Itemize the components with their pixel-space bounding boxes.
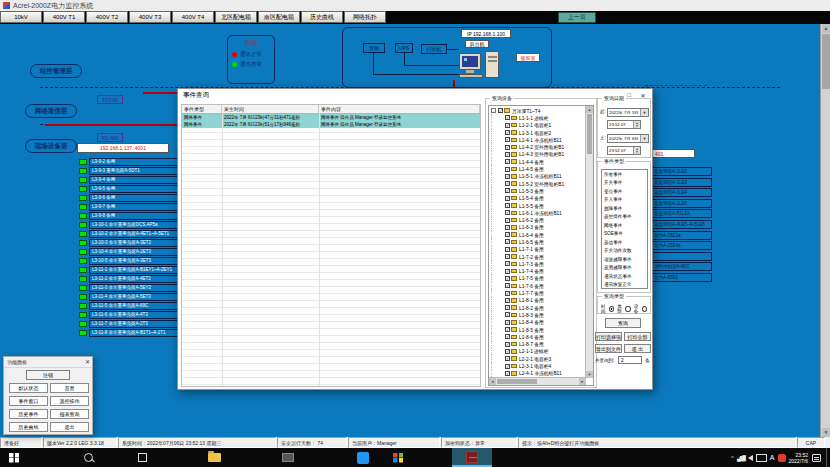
tree-item-label[interactable]: L1-8-4 备用 [519,319,544,325]
station-layer-button[interactable]: 站控管理层 [30,64,82,78]
tree-item-row[interactable]: L1-4-3 室外用电柜B1 [491,151,585,158]
device-row[interactable]: 应急照明A-1LE3 [652,178,712,187]
tree-item-label[interactable]: L1-5-5 备用 [519,203,544,209]
active-app-button[interactable] [452,448,492,467]
device-row[interactable]: L3-9-6 备用 [79,193,179,202]
query-button[interactable]: 查询 [605,318,641,328]
tray-chevron-icon[interactable]: ^ [731,455,734,461]
tree-item-row[interactable]: L1-8-7 备用 [491,341,585,348]
chevron-down-icon[interactable]: ▼ [640,135,648,142]
device-row[interactable]: L3-10-2 非常重要负荷A-4ET1~A-5ET1 [79,229,179,238]
tree-item-row[interactable]: L1-3-1 电容柜2 [491,129,585,136]
screen-tab[interactable]: 400V T4 [172,11,214,23]
tree-item-label[interactable]: L1-8-1 备用 [519,297,544,303]
spinner-icon[interactable]: ▲▼ [633,121,640,128]
field-layer-button[interactable]: 现场设备层 [25,139,77,153]
tree-item-row[interactable]: L1-6-1 冷冻机组B11 [491,209,585,216]
device-row[interactable]: L3-9-4 备用 [79,175,179,184]
tree-item-label[interactable]: L1-4-2 室外用电柜B1 [519,144,564,150]
tree-item-row[interactable]: L2-4-1 冷冻机组B11 [491,370,585,377]
checkbox-checked-icon[interactable] [505,130,510,135]
network-layer-button[interactable]: 网络通信层 [25,104,77,118]
screen-tab[interactable]: 400V T3 [129,11,171,23]
checkbox-checked-icon[interactable] [505,181,510,186]
tree-item-row[interactable]: L1-5-1 冷冻机组B11 [491,173,585,180]
function-panel-title-bar[interactable]: 功能面板 [4,357,92,368]
checkbox-checked-icon[interactable] [505,349,510,354]
device-row[interactable]: L3-9-2 备用 [79,157,179,166]
device-row[interactable]: L3-9-5 备用 [79,184,179,193]
task-view-button[interactable] [134,450,150,465]
tree-item-label[interactable]: L1-3-1 电容柜2 [519,130,551,136]
tree-item-label[interactable]: L1-4-1 冷冻机组B11 [519,137,562,143]
tree-item-label[interactable]: L1-8-3 备用 [519,312,544,318]
tree-item-row[interactable]: L1-4-5 备用 [491,165,585,172]
taskbar-app-button-2[interactable] [355,450,371,465]
tree-item-label[interactable]: L1-4-3 室外用电柜B1 [519,151,564,157]
device-row[interactable]: 动力A-65E1 [652,273,712,282]
tree-item-row[interactable]: L1-8-3 备用 [491,311,585,318]
tree-root-label[interactable]: 万洋潭T1~T4 [512,108,540,114]
checkbox-checked-icon[interactable] [505,203,510,208]
checkbox-checked-icon[interactable] [505,305,510,310]
device-row[interactable]: 应急照明A-1LE4 [652,188,712,197]
checkbox-checked-icon[interactable] [498,108,503,113]
checkbox-checked-icon[interactable] [505,261,510,266]
tree-item-row[interactable]: L1-6-3 备用 [491,224,585,231]
previous-page-button[interactable]: 上一页 [558,12,596,23]
tree-item-row[interactable]: L1-8-6 备用 [491,333,585,340]
checkbox-checked-icon[interactable] [505,174,510,179]
checkbox-checked-icon[interactable] [505,196,510,201]
checkbox-checked-icon[interactable] [505,254,510,259]
device-row[interactable]: 动力A-15E3a [652,231,712,240]
checkbox-checked-icon[interactable] [505,167,510,172]
checkbox-checked-icon[interactable] [505,188,510,193]
checkbox-checked-icon[interactable] [505,298,510,303]
event-type-option[interactable]: 遥信事件 [602,238,647,247]
taskbar-app-button-1[interactable] [280,450,296,465]
tree-item-label[interactable]: L1-6-4 备用 [519,232,544,238]
tree-item-label[interactable]: L2-2-1 电容柜3 [519,356,551,362]
device-row[interactable]: L3-10-1 非常重要负荷DCS.AP5a [79,220,179,229]
device-row[interactable]: L3-10-4 非常重要负荷A-2ET3 [79,247,179,256]
tree-item-row[interactable]: L1-6-2 备用 [491,216,585,223]
screen-tab[interactable]: 10kV [0,11,42,23]
scroll-up-icon[interactable]: ▲ [822,24,830,33]
tree-item-label[interactable]: L1-5-4 备用 [519,195,544,201]
device-row[interactable]: L3-11-6 非常重要负荷A-4T3 [79,310,179,319]
checkbox-checked-icon[interactable] [505,269,510,274]
tree-item-label[interactable]: L1-8-7 备用 [519,341,544,347]
tree-item-label[interactable]: L1-7-7 备用 [519,290,544,296]
device-row[interactable]: 应急照明A-B1LE4 [652,209,712,218]
event-type-option[interactable]: SOE事件 [602,230,647,239]
device-row[interactable]: L3-11-1 非常重要负荷A-B1EY1~A-2EY1 [79,265,179,274]
canvas-scrollbar[interactable]: ▲ ▼ [820,24,830,437]
tree-item-label[interactable]: L2-1-1 进线柜 [519,348,549,354]
tree-root-row[interactable]: - 万洋潭T1~T4 [491,107,585,114]
tree-item-row[interactable]: L1-7-6 备用 [491,282,585,289]
device-row[interactable] [652,252,712,261]
device-row[interactable]: 消防控制室A-6FC [652,262,712,271]
file-explorer-button[interactable] [206,450,222,465]
tree-item-row[interactable]: L1-6-5 备用 [491,238,585,245]
function-button[interactable]: 首页 [50,383,89,393]
tree-item-label[interactable]: L1-7-5 备用 [519,275,544,281]
device-row[interactable]: L3-11-7 非常重要负荷A-2T3 [79,319,179,328]
table-row[interactable]: 网络事件 2022年 7月 6日23时51分17秒946毫秒 网络事件 操作员 … [182,121,480,128]
tree-item-label[interactable]: L1-6-3 备用 [519,224,544,230]
tree-item-row[interactable]: L1-5-4 备用 [491,195,585,202]
function-button[interactable]: 历史曲线 [9,422,48,432]
checkbox-checked-icon[interactable] [505,320,510,325]
event-type-option[interactable]: 遥控操作事件 [602,213,647,222]
function-button[interactable]: 默认状态 [9,383,48,393]
tree-item-row[interactable]: L1-8-5 备用 [491,326,585,333]
checkbox-checked-icon[interactable] [505,159,510,164]
device-row[interactable]: L3-10-3 非常重要负荷A-3ET2 [79,238,179,247]
event-type-option[interactable]: 遥测越限事件 [602,264,647,273]
event-type-option[interactable]: 通讯状态事件 [602,272,647,281]
checkbox-checked-icon[interactable] [505,364,510,369]
checkbox-checked-icon[interactable] [505,152,510,157]
tree-item-row[interactable]: L1-5-5 备用 [491,202,585,209]
tree-item-label[interactable]: L2-3-1 电容柜4 [519,363,551,369]
scroll-down-icon[interactable]: ▼ [586,371,593,378]
